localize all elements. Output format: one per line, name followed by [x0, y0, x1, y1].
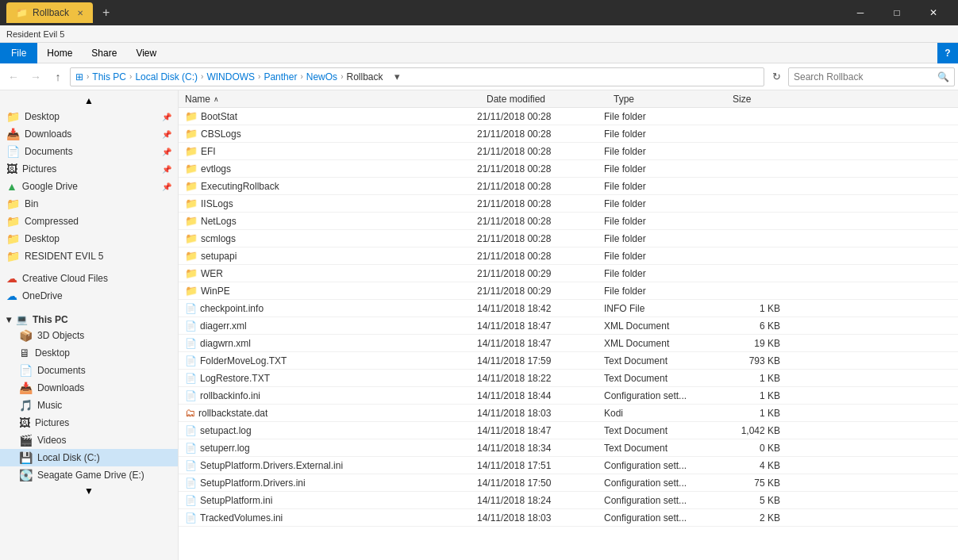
- cc-icon: ☁: [6, 272, 17, 285]
- file-modified: 21/11/2018 00:28: [477, 233, 604, 244]
- table-row[interactable]: 🗂 rollbackstate.dat 14/11/2018 18:03 Kod…: [179, 405, 958, 422]
- file-icon: 📄: [185, 478, 197, 489]
- file-type: Configuration sett...: [604, 512, 723, 524]
- refresh-button[interactable]: ↻: [766, 67, 787, 87]
- file-modified: 21/11/2018 00:28: [477, 128, 604, 140]
- file-type: File folder: [604, 251, 723, 262]
- sidebar-label: Google Drive: [22, 181, 78, 192]
- table-row[interactable]: 📄 FolderMoveLog.TXT 14/11/2018 17:59 Tex…: [179, 352, 958, 370]
- sidebar-item-pics2[interactable]: 🖼 Pictures: [0, 414, 178, 432]
- sidebar-scroll-down[interactable]: ▼: [0, 484, 178, 498]
- forward-button[interactable]: →: [25, 67, 46, 87]
- sidebar-item-cc[interactable]: ☁ Creative Cloud Files: [0, 270, 178, 287]
- sidebar-item-videos[interactable]: 🎬 Videos: [0, 432, 178, 449]
- breadcrumb-windows[interactable]: WINDOWS: [206, 71, 255, 82]
- tab-close-button[interactable]: ✕: [77, 9, 83, 17]
- size-column-header[interactable]: Size: [733, 94, 796, 105]
- table-row[interactable]: 📄 diagerr.xml 14/11/2018 18:47 XML Docum…: [179, 317, 958, 335]
- table-row[interactable]: 📄 SetupPlatform.Drivers.External.ini 14/…: [179, 457, 958, 474]
- sidebar-item-desktop2[interactable]: 📁 Desktop: [0, 230, 178, 247]
- table-row[interactable]: 📁 IISLogs 21/11/2018 00:28 File folder: [179, 195, 958, 213]
- file-modified: 14/11/2018 17:51: [477, 460, 604, 471]
- sidebar-item-compressed[interactable]: 📁 Compressed: [0, 213, 178, 230]
- file-type: Text Document: [604, 443, 723, 454]
- file-name: 📁 CBSLogs: [185, 128, 477, 140]
- sidebar-item-desktop3[interactable]: 🖥 Desktop: [0, 344, 178, 362]
- share-menu[interactable]: Share: [82, 43, 126, 63]
- home-menu[interactable]: Home: [37, 43, 82, 63]
- sidebar-item-re5[interactable]: 📁 RESIDENT EVIL 5: [0, 247, 178, 265]
- sidebar-item-localc[interactable]: 💾 Local Disk (C:): [0, 449, 178, 466]
- sidebar-item-pictures[interactable]: 🖼 Pictures 📌: [0, 160, 178, 178]
- file-name: 📁 evtlogs: [185, 163, 477, 175]
- new-tab-button[interactable]: +: [98, 6, 114, 20]
- breadcrumb-panther[interactable]: Panther: [264, 71, 297, 82]
- type-column-header[interactable]: Type: [614, 94, 733, 105]
- sidebar-item-documents[interactable]: 📄 Documents 📌: [0, 143, 178, 160]
- table-row[interactable]: 📁 CBSLogs 21/11/2018 00:28 File folder: [179, 125, 958, 143]
- view-menu[interactable]: View: [126, 43, 166, 63]
- gdrive-icon: ▲: [6, 180, 17, 193]
- modified-column-header[interactable]: Date modified: [487, 94, 614, 105]
- breadcrumb-thispc[interactable]: This PC: [92, 71, 126, 82]
- folder-icon: 📁: [185, 285, 198, 297]
- breadcrumb-root[interactable]: ⊞: [75, 71, 83, 82]
- maximize-button[interactable]: □: [879, 0, 915, 25]
- table-row[interactable]: 📁 WER 21/11/2018 00:29 File folder: [179, 265, 958, 282]
- table-row[interactable]: 📁 BootStat 21/11/2018 00:28 File folder: [179, 108, 958, 125]
- file-type: File folder: [604, 128, 723, 140]
- table-row[interactable]: 📄 setupact.log 14/11/2018 18:47 Text Doc…: [179, 422, 958, 439]
- sidebar-item-dl2[interactable]: 📥 Downloads: [0, 379, 178, 397]
- table-row[interactable]: 📁 WinPE 21/11/2018 00:29 File folder: [179, 282, 958, 300]
- table-row[interactable]: 📁 scmlogs 21/11/2018 00:28 File folder: [179, 230, 958, 247]
- sidebar-item-seagate-e[interactable]: 💽 Seagate Game Drive (E:): [0, 466, 178, 484]
- content-area: Name ∧ Date modified Type Size 📁 BootSta…: [179, 90, 958, 560]
- address-bar[interactable]: ⊞ › This PC › Local Disk (C:) › WINDOWS …: [70, 67, 764, 86]
- name-column-header[interactable]: Name ∧: [185, 94, 487, 105]
- thispc-header[interactable]: ▾ 💻 This PC: [0, 309, 178, 327]
- table-row[interactable]: 📁 NetLogs 21/11/2018 00:28 File folder: [179, 213, 958, 230]
- sidebar-label: Downloads: [25, 128, 71, 140]
- sidebar-item-docs2[interactable]: 📄 Documents: [0, 362, 178, 379]
- sidebar-item-gdrive[interactable]: ▲ Google Drive 📌: [0, 178, 178, 195]
- search-input[interactable]: [794, 71, 934, 82]
- table-row[interactable]: 📁 ExecutingRollback 21/11/2018 00:28 Fil…: [179, 178, 958, 195]
- sidebar-scroll-up[interactable]: ▲: [0, 94, 178, 108]
- file-modified: 14/11/2018 17:59: [477, 355, 604, 366]
- file-type: File folder: [604, 146, 723, 157]
- file-size: 1 KB: [723, 408, 787, 419]
- table-row[interactable]: 📁 EFI 21/11/2018 00:28 File folder: [179, 143, 958, 160]
- table-row[interactable]: 📄 SetupPlatform.Drivers.ini 14/11/2018 1…: [179, 474, 958, 492]
- file-list: 📁 BootStat 21/11/2018 00:28 File folder …: [179, 108, 958, 527]
- breadcrumb-c[interactable]: Local Disk (C:): [135, 71, 198, 82]
- close-button[interactable]: ✕: [915, 0, 952, 25]
- sidebar-item-downloads[interactable]: 📥 Downloads 📌: [0, 125, 178, 143]
- address-dropdown-button[interactable]: ▾: [390, 67, 406, 86]
- active-tab[interactable]: 📁 Rollback ✕: [6, 2, 93, 23]
- table-row[interactable]: 📄 diagwrn.xml 14/11/2018 18:47 XML Docum…: [179, 335, 958, 352]
- sidebar-item-bin[interactable]: 📁 Bin: [0, 195, 178, 213]
- sidebar-item-onedrive[interactable]: ☁ OneDrive: [0, 287, 178, 305]
- minimize-button[interactable]: ─: [842, 0, 879, 25]
- file-icon: 📄: [185, 303, 197, 314]
- table-row[interactable]: 📄 SetupPlatform.ini 14/11/2018 18:24 Con…: [179, 492, 958, 509]
- table-row[interactable]: 📄 setuperr.log 14/11/2018 18:34 Text Doc…: [179, 439, 958, 457]
- file-size: 4 KB: [723, 460, 787, 471]
- back-button[interactable]: ←: [3, 67, 24, 87]
- breadcrumb-newos[interactable]: NewOs: [306, 71, 337, 82]
- file-icon: 📄: [185, 443, 197, 454]
- file-menu[interactable]: File: [0, 43, 37, 63]
- sidebar-item-3d[interactable]: 📦 3D Objects: [0, 327, 178, 344]
- table-row[interactable]: 📄 rollbackinfo.ini 14/11/2018 18:44 Conf…: [179, 387, 958, 405]
- table-row[interactable]: 📁 evtlogs 21/11/2018 00:28 File folder: [179, 160, 958, 178]
- file-modified: 14/11/2018 18:47: [477, 425, 604, 436]
- table-row[interactable]: 📁 setupapi 21/11/2018 00:28 File folder: [179, 247, 958, 265]
- table-row[interactable]: 📄 LogRestore.TXT 14/11/2018 18:22 Text D…: [179, 370, 958, 387]
- table-row[interactable]: 📄 checkpoint.info 14/11/2018 18:42 INFO …: [179, 300, 958, 317]
- folder-icon: 📁: [185, 215, 198, 227]
- up-button[interactable]: ↑: [48, 67, 68, 87]
- help-button[interactable]: ?: [937, 43, 958, 63]
- sidebar-item-music[interactable]: 🎵 Music: [0, 397, 178, 414]
- sidebar-item-desktop1[interactable]: 📁 Desktop 📌: [0, 108, 178, 125]
- table-row[interactable]: 📄 TrackedVolumes.ini 14/11/2018 18:03 Co…: [179, 509, 958, 527]
